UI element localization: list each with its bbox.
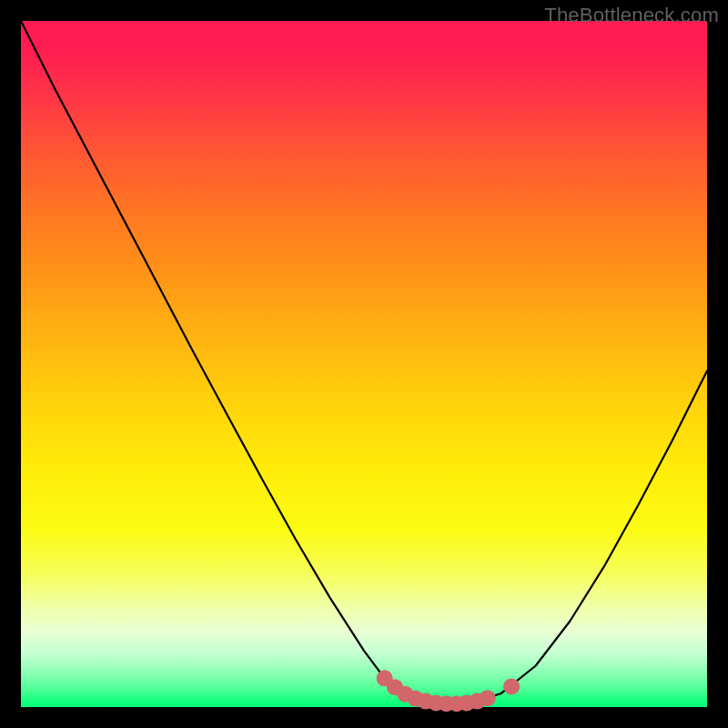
chart-frame: TheBottleneck.com <box>0 0 728 728</box>
bottleneck-curve <box>21 21 707 703</box>
curve-marker <box>480 690 496 706</box>
curve-markers <box>377 670 520 712</box>
curve-marker <box>503 678 520 694</box>
curve-layer <box>21 21 707 707</box>
watermark-text: TheBottleneck.com <box>544 4 719 27</box>
plot-area <box>21 21 707 707</box>
